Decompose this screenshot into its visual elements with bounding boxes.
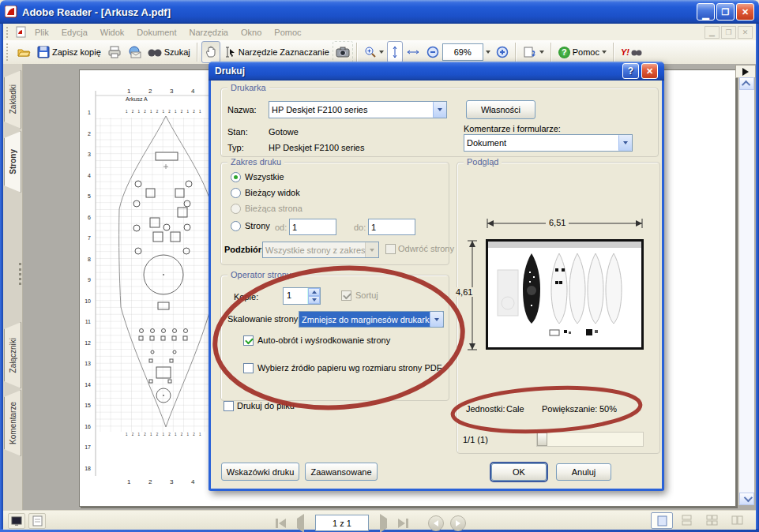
ok-label: OK xyxy=(513,467,525,477)
fit-width-button[interactable] xyxy=(403,41,423,63)
snapshot-button[interactable] xyxy=(333,41,353,63)
units-value: Cale xyxy=(506,404,524,414)
menu-dokument[interactable]: Dokument xyxy=(130,28,182,37)
maximize-button[interactable]: ❐ xyxy=(716,3,735,21)
email-button[interactable] xyxy=(125,41,145,63)
chevron-down-icon xyxy=(365,242,378,257)
first-page-button[interactable] xyxy=(275,519,286,528)
comments-forms-select[interactable]: Dokument xyxy=(464,134,633,152)
toolbar-separator xyxy=(550,43,552,62)
hide-panel-arrow-button[interactable] xyxy=(735,65,756,78)
fit-page-icon xyxy=(390,46,400,58)
pages-to-input[interactable] xyxy=(368,219,415,235)
pages-from-input[interactable] xyxy=(289,219,336,235)
printer-name-label: Nazwa: xyxy=(227,105,257,114)
first-page-icon xyxy=(279,519,286,528)
svg-text:6: 6 xyxy=(88,215,91,220)
continuous-facing-layout-button[interactable] xyxy=(701,512,722,527)
printing-tips-button[interactable]: Wskazówki druku xyxy=(221,463,299,481)
paper-source-checkbox[interactable] xyxy=(243,363,254,373)
properties-button[interactable]: Własności xyxy=(466,100,535,119)
copies-down-button[interactable] xyxy=(308,296,320,304)
panel-splitter-handle[interactable] xyxy=(19,263,24,285)
ok-button[interactable]: OK xyxy=(491,463,547,481)
svg-text:3: 3 xyxy=(88,152,91,157)
toolbar-grip[interactable] xyxy=(6,43,10,61)
tab-zalaczniki[interactable]: Załączniki xyxy=(4,322,21,388)
reverse-pages-checkbox xyxy=(385,244,396,254)
next-view-button[interactable] xyxy=(450,515,466,531)
save-copy-button[interactable]: Zapisz kopię xyxy=(34,41,104,63)
paper-source-label: Wybierz źródło papieru wg rozmiaru stron… xyxy=(257,363,441,373)
dialog-close-button[interactable]: ✕ xyxy=(641,63,658,79)
radio-all-pages[interactable] xyxy=(231,172,241,182)
print-to-file-checkbox[interactable] xyxy=(224,401,234,411)
tab-komentarze[interactable]: Komentarze xyxy=(4,390,21,456)
toolbar-separator xyxy=(613,43,614,62)
cancel-button[interactable]: Anuluj xyxy=(556,463,611,481)
dialog-help-button[interactable]: ? xyxy=(622,63,639,79)
single-page-layout-button[interactable] xyxy=(651,512,673,529)
svg-text:16: 16 xyxy=(85,424,91,429)
print-range-group: Zakres druku Wszystkie Bieżący widok Bie… xyxy=(220,162,449,265)
help-button[interactable]: ? Pomoc xyxy=(555,41,610,63)
svg-text:1 2 1 2 1 2 1 2 1 2 1 2 1: 1 2 1 2 1 2 1 2 1 2 1 2 1 xyxy=(126,110,203,114)
zoom-tool-button[interactable] xyxy=(361,41,387,63)
menu-widok[interactable]: Widok xyxy=(94,28,131,37)
close-button[interactable]: ✕ xyxy=(736,3,754,21)
last-page-button[interactable] xyxy=(398,519,409,528)
menu-narzedzia[interactable]: Narzędzia xyxy=(182,28,235,37)
continuous-layout-button[interactable] xyxy=(676,512,697,527)
advanced-button[interactable]: Zaawansowane xyxy=(305,463,378,481)
zoom-out-button[interactable] xyxy=(423,41,442,63)
adobe-reader-icon xyxy=(5,6,17,18)
yahoo-search-button[interactable]: Y! xyxy=(618,41,645,63)
page-scaling-value: Zmniejsz do marginesów drukarki xyxy=(299,315,430,324)
scroll-up-button[interactable] xyxy=(739,77,754,90)
zoom-chevron-down-icon[interactable] xyxy=(486,51,490,54)
tab-strony[interactable]: Strony xyxy=(4,131,21,193)
pages-from-label: od: xyxy=(275,223,287,232)
forward-arrow-icon xyxy=(456,520,460,526)
preview-page-slider[interactable] xyxy=(536,432,644,447)
menu-pomoc[interactable]: Pomoc xyxy=(268,28,307,37)
svg-text:14: 14 xyxy=(85,382,91,388)
zoom-in-button[interactable] xyxy=(493,41,512,63)
menubar-grip[interactable] xyxy=(6,27,10,38)
radio-current-view[interactable] xyxy=(231,188,241,198)
fullscreen-view-button[interactable] xyxy=(8,513,25,529)
menu-okno[interactable]: Okno xyxy=(235,28,268,37)
hand-tool-button[interactable] xyxy=(201,41,220,63)
menu-plik[interactable]: Plik xyxy=(28,28,55,37)
page-number-box[interactable]: 1 z 1 xyxy=(315,515,369,531)
vertical-scrollbar[interactable] xyxy=(738,77,754,505)
previous-page-button[interactable] xyxy=(297,519,304,528)
page-display-button[interactable] xyxy=(520,41,547,63)
print-preview-thumbnail xyxy=(486,239,644,350)
search-button[interactable]: Szukaj xyxy=(145,41,194,63)
page-scaling-select[interactable]: Zmniejsz do marginesów drukarki xyxy=(299,311,444,328)
menu-edycja[interactable]: Edycja xyxy=(55,28,94,37)
copies-stepper[interactable]: 1 xyxy=(283,287,321,305)
slider-thumb[interactable] xyxy=(537,433,547,446)
tab-zakladki[interactable]: Zakładki xyxy=(4,70,21,129)
tab-zalaczniki-label: Załączniki xyxy=(9,338,17,373)
facing-layout-button[interactable] xyxy=(727,512,747,527)
zoom-in-magnifier-icon xyxy=(364,46,377,58)
svg-text:18: 18 xyxy=(85,466,91,471)
next-page-button[interactable] xyxy=(380,519,387,528)
autorotate-checkbox[interactable] xyxy=(243,335,254,346)
scroll-down-button[interactable] xyxy=(739,493,754,505)
previous-view-button[interactable] xyxy=(428,515,444,531)
page-size-button[interactable] xyxy=(28,513,46,529)
select-tool-button[interactable]: Narzędzie Zaznaczanie xyxy=(220,41,333,63)
open-button[interactable] xyxy=(13,41,34,63)
zoom-level-input[interactable] xyxy=(442,43,483,61)
copies-up-button[interactable] xyxy=(308,288,320,296)
print-button[interactable] xyxy=(104,41,125,63)
fit-page-button[interactable] xyxy=(387,41,403,63)
preview-zoom-value: 50% xyxy=(599,404,617,414)
radio-pages[interactable] xyxy=(231,221,241,231)
minimize-button[interactable]: ▁ xyxy=(697,3,715,21)
printer-name-select[interactable]: HP Deskjet F2100 series xyxy=(269,101,447,118)
